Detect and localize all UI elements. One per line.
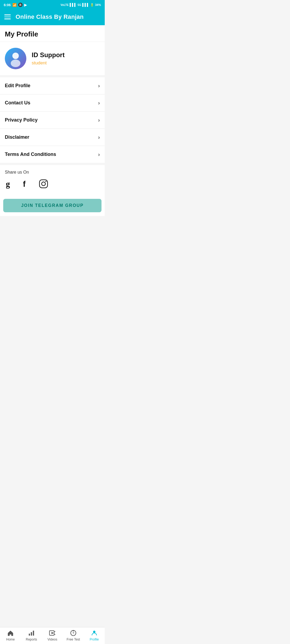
- chevron-privacy-policy: ›: [98, 117, 100, 123]
- svg-text:f: f: [23, 180, 26, 188]
- signal-text: VoLTE: [60, 3, 68, 6]
- page-title: My Profile: [5, 30, 100, 38]
- menu-item-privacy-policy[interactable]: Privacy Policy ›: [0, 112, 105, 129]
- chevron-edit-profile: ›: [98, 83, 100, 89]
- time-display: 6:06: [4, 3, 11, 7]
- menu-label-disclaimer: Disclaimer: [5, 134, 29, 140]
- wifi-icon: 📶: [12, 3, 17, 7]
- svg-point-6: [42, 182, 45, 186]
- join-telegram-button[interactable]: JOIN TELEGRAM GROUP: [3, 199, 102, 212]
- telegram-btn-wrapper: JOIN TELEGRAM GROUP: [0, 195, 105, 216]
- hamburger-line-3: [4, 19, 11, 19]
- menu-label-terms: Terms And Conditions: [5, 152, 56, 157]
- menu-label-contact-us: Contact Us: [5, 100, 30, 106]
- share-section: Share us On g f: [0, 165, 105, 195]
- hamburger-menu[interactable]: [4, 14, 11, 19]
- svg-text:g: g: [6, 180, 10, 189]
- profile-role: student: [32, 60, 65, 66]
- hamburger-line-1: [4, 14, 11, 15]
- signal-bars: ▌▌▌: [70, 3, 77, 7]
- menu-list: Edit Profile › Contact Us › Privacy Poli…: [0, 77, 105, 163]
- menu-item-contact-us[interactable]: Contact Us ›: [0, 94, 105, 112]
- avatar: [5, 48, 26, 69]
- menu-item-disclaimer[interactable]: Disclaimer ›: [0, 129, 105, 146]
- chevron-disclaimer: ›: [98, 134, 100, 140]
- youtube-icon: ▶: [24, 3, 27, 7]
- svg-point-7: [45, 181, 46, 182]
- profile-card: ID Support student: [0, 42, 105, 75]
- b-icon: B: [18, 3, 23, 7]
- google-icon[interactable]: g: [5, 178, 16, 189]
- status-bar-right: VoLTE ▌▌▌ 5G ▌▌▌ 🔋 34%: [60, 3, 101, 7]
- 5g-icon: 5G: [78, 3, 81, 6]
- svg-rect-5: [39, 180, 48, 188]
- profile-info: ID Support student: [32, 51, 65, 66]
- profile-name: ID Support: [32, 51, 65, 59]
- status-bar-left: 6:06 📶 B ▶: [4, 3, 27, 7]
- menu-item-terms[interactable]: Terms And Conditions ›: [0, 146, 105, 163]
- menu-label-edit-profile: Edit Profile: [5, 83, 30, 89]
- menu-label-privacy-policy: Privacy Policy: [5, 117, 38, 123]
- facebook-icon[interactable]: f: [21, 178, 32, 189]
- svg-point-2: [11, 60, 20, 67]
- social-icons-row: g f: [5, 178, 100, 189]
- hamburger-line-2: [4, 17, 11, 17]
- app-header: Online Class By Ranjan: [0, 10, 105, 25]
- instagram-icon[interactable]: [38, 178, 49, 189]
- chevron-contact-us: ›: [98, 100, 100, 106]
- header-title: Online Class By Ranjan: [16, 13, 84, 20]
- menu-item-edit-profile[interactable]: Edit Profile ›: [0, 77, 105, 94]
- avatar-svg: [5, 48, 26, 69]
- share-title: Share us On: [5, 170, 100, 175]
- chevron-terms: ›: [98, 151, 100, 158]
- battery-percent: 34%: [95, 3, 101, 6]
- battery-icon: 🔋: [90, 3, 94, 7]
- status-bar: 6:06 📶 B ▶ VoLTE ▌▌▌ 5G ▌▌▌ 🔋 34%: [0, 0, 105, 10]
- svg-point-1: [12, 53, 19, 59]
- page-title-section: My Profile: [0, 25, 105, 42]
- signal-bars2: ▌▌▌: [82, 3, 89, 7]
